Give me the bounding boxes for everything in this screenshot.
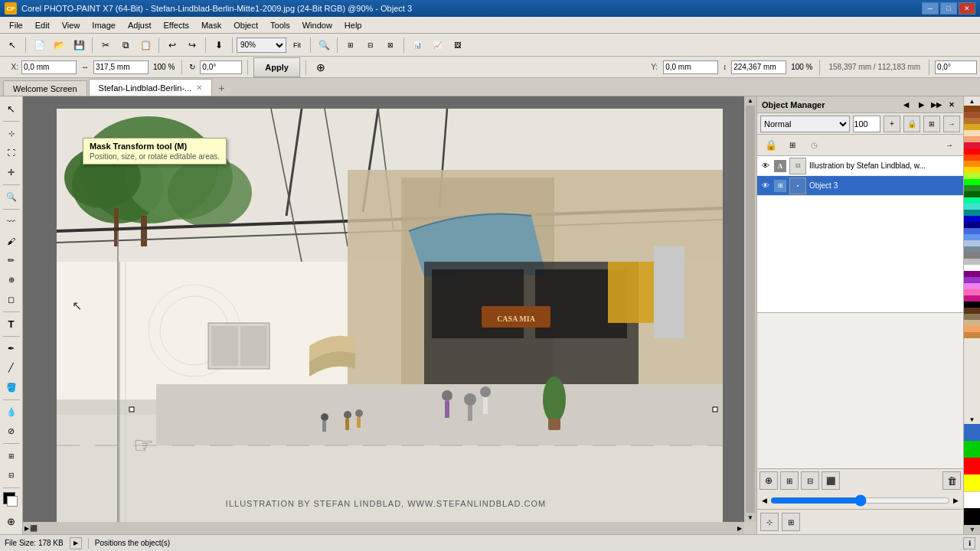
opacity-extra-btn[interactable]: ⊞ — [923, 116, 940, 132]
tool-zoom-in[interactable]: 🔍 — [315, 36, 333, 54]
tool-paint[interactable]: 🖌 — [2, 231, 21, 250]
tool-text[interactable]: T — [2, 315, 21, 334]
tool-cut[interactable]: ✂ — [96, 36, 115, 54]
swatch-black[interactable] — [964, 508, 980, 525]
tool-clone[interactable]: ⊕ — [2, 271, 21, 290]
tool-line[interactable]: ╱ — [2, 358, 21, 377]
tool-eyedropper[interactable]: 💧 — [2, 403, 21, 422]
menu-mask[interactable]: Mask — [195, 19, 227, 31]
add-object-btn[interactable]: ⊕ — [760, 471, 778, 490]
menu-effects[interactable]: Effects — [158, 19, 195, 31]
extra-coord[interactable] — [935, 60, 977, 74]
color-swatch[interactable] — [964, 197, 980, 204]
align-btn[interactable]: ⊞ — [782, 513, 800, 531]
color-swatch[interactable] — [964, 222, 980, 228]
panel-nav-back[interactable]: ◀ — [899, 98, 913, 112]
tool-copy[interactable]: ⧉ — [116, 36, 135, 54]
color-swatch[interactable] — [964, 161, 980, 167]
obj-clipboard-btn[interactable]: ⊞ — [783, 136, 802, 155]
y-input[interactable] — [663, 60, 718, 74]
color-swatch[interactable] — [964, 253, 980, 259]
palette-scroll-up[interactable]: ▲ — [964, 96, 980, 106]
canvas-nav-btn[interactable]: ⬛ — [30, 525, 38, 532]
palette-expand[interactable]: ▼ — [964, 525, 980, 534]
tool-move[interactable]: ✛ — [2, 163, 21, 182]
menu-file[interactable]: File — [3, 19, 29, 31]
color-swatch[interactable] — [964, 179, 980, 185]
swatch-red[interactable] — [964, 458, 980, 474]
tool-extra1[interactable]: 📊 — [408, 36, 426, 54]
color-swatches[interactable] — [2, 492, 21, 508]
file-info-btn[interactable]: ▶ — [70, 537, 82, 549]
canvas-play-btn[interactable]: ▶ — [24, 525, 29, 532]
color-swatch[interactable] — [964, 130, 980, 136]
tool-pointer[interactable]: ↖ — [3, 36, 21, 54]
color-swatch[interactable] — [964, 234, 980, 240]
color-swatch[interactable] — [964, 332, 980, 338]
color-swatch[interactable] — [964, 210, 980, 216]
tool-extra3[interactable]: 🖼 — [448, 36, 466, 54]
tool-new[interactable]: 📄 — [30, 36, 48, 54]
angle-input[interactable] — [200, 60, 242, 74]
tool-pen[interactable]: ✒ — [2, 339, 21, 358]
tool-save[interactable]: 💾 — [70, 36, 88, 54]
tool-view3[interactable]: ⊠ — [381, 36, 400, 54]
menu-tools[interactable]: Tools — [264, 19, 296, 31]
width-input[interactable] — [93, 60, 149, 74]
merge-btn[interactable]: ⬛ — [822, 471, 840, 490]
tool-freehand[interactable]: 〰 — [2, 211, 21, 230]
close-button[interactable]: ✕ — [959, 2, 975, 15]
combine-btn[interactable]: ⊞ — [780, 471, 799, 490]
v-scroll-track[interactable] — [746, 106, 755, 513]
opacity-plus-btn[interactable]: + — [884, 116, 900, 132]
tab-document[interactable]: Stefan-Lindblad-Berlin-... ✕ — [89, 79, 213, 96]
color-swatch[interactable] — [964, 136, 980, 142]
panel-close[interactable]: ✕ — [945, 98, 959, 112]
color-swatch[interactable] — [964, 308, 980, 314]
obj-arrow-btn[interactable]: → — [940, 136, 959, 155]
menu-adjust[interactable]: Adjust — [122, 19, 158, 31]
color-swatch[interactable] — [964, 271, 980, 277]
tool-zoom[interactable]: 🔍 — [2, 187, 21, 207]
scroll-down-btn[interactable]: ▼ — [745, 514, 756, 522]
color-swatch[interactable] — [964, 191, 980, 197]
tool-open[interactable]: 📂 — [50, 36, 68, 54]
x-input[interactable] — [21, 60, 77, 74]
tool-paste[interactable]: 📋 — [136, 36, 155, 54]
color-swatch[interactable] — [964, 216, 980, 222]
color-swatch[interactable] — [964, 259, 980, 265]
color-swatch[interactable] — [964, 204, 980, 210]
panel-slider[interactable] — [770, 494, 950, 507]
color-swatch[interactable] — [964, 118, 980, 124]
color-swatch[interactable] — [964, 185, 980, 191]
canvas-area[interactable]: CASA MIA 74 — [23, 96, 756, 534]
tool-redo[interactable]: ↪ — [183, 36, 201, 54]
color-swatch[interactable] — [964, 112, 980, 118]
blend-mode-select[interactable]: Normal Multiply Screen Overlay — [760, 116, 850, 132]
height-input[interactable] — [731, 60, 786, 74]
tool-view1[interactable]: ⊞ — [341, 36, 360, 54]
tool-grid2[interactable]: ⊟ — [2, 466, 21, 485]
eye-icon-1[interactable]: 👁 — [760, 161, 771, 171]
swatch-white[interactable] — [964, 491, 980, 508]
swatch-green[interactable] — [964, 441, 980, 458]
scroll-up-btn[interactable]: ▲ — [745, 96, 756, 105]
eye-icon-2[interactable]: 👁 — [760, 181, 771, 191]
color-swatch[interactable] — [964, 240, 980, 246]
menu-image[interactable]: Image — [86, 19, 122, 31]
color-swatch[interactable] — [964, 277, 980, 283]
color-swatch[interactable] — [964, 173, 980, 179]
menu-object[interactable]: Object — [227, 19, 264, 31]
tab-welcome[interactable]: Welcome Screen — [3, 80, 87, 96]
color-swatch[interactable] — [964, 283, 980, 289]
v-scrollbar[interactable]: ▲ ▼ — [744, 96, 756, 522]
tool-effect-brush[interactable]: ✏ — [2, 251, 21, 270]
panel-nav-fwd2[interactable]: ▶▶ — [929, 98, 943, 112]
tool-view2[interactable]: ⊟ — [361, 36, 380, 54]
tab-close-icon[interactable]: ✕ — [196, 83, 202, 92]
color-swatch[interactable] — [964, 289, 980, 295]
obj-lock-btn[interactable]: 🔒 — [762, 136, 780, 155]
color-swatch[interactable] — [964, 326, 980, 332]
color-swatch[interactable] — [964, 246, 980, 253]
color-swatch[interactable] — [964, 265, 980, 271]
